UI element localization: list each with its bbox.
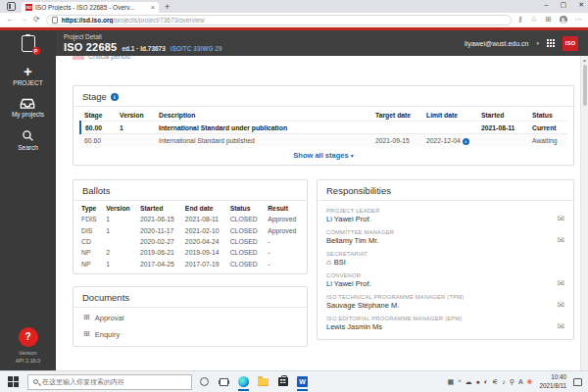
iso-logo[interactable]: ISO: [563, 36, 578, 51]
start-button[interactable]: [8, 376, 19, 387]
user-email[interactable]: liyawei@wust.edu.cn: [465, 40, 528, 47]
tray-display-icon[interactable]: ◐: [484, 378, 488, 385]
address-bar[interactable]: https://sd.iso.org/projects/project/7367…: [46, 15, 512, 25]
task-view-button[interactable]: [217, 373, 231, 391]
stage-info-icon[interactable]: i: [111, 93, 119, 101]
cortana-button[interactable]: [197, 373, 212, 391]
responsibilities-title: Responsibilities: [326, 185, 391, 196]
password-key-icon[interactable]: ⚷: [517, 16, 523, 24]
security-app-icon[interactable]: ❋: [527, 378, 533, 385]
task-view-icon: [220, 378, 228, 386]
ballot-type-link[interactable]: CD: [77, 236, 102, 247]
ballot-type-link[interactable]: FDIS: [77, 214, 102, 224]
ballot-type-link[interactable]: NP: [77, 259, 102, 270]
mail-icon[interactable]: ✉: [557, 279, 564, 288]
limit-date-value: 2022-12-04: [426, 137, 461, 144]
window-maximize-icon[interactable]: ▢: [561, 1, 567, 9]
page-scrollbar[interactable]: ▲: [580, 56, 588, 370]
browser-tab[interactable]: ISO ISO Projects - ISO 22685 - Overv... …: [22, 2, 159, 13]
documents-item-enquiry[interactable]: ⊞ Enquiry: [74, 326, 307, 343]
url-domain: https://sd.iso.org: [62, 17, 114, 24]
responsibility-role: ISO TECHNICAL PROGRAMME MANAGER (TPM): [326, 294, 557, 300]
stage-cell: 60.00: [80, 122, 116, 134]
favorites-star-icon[interactable]: ☆: [530, 16, 537, 24]
edge-icon: [238, 376, 249, 387]
responsibility-role: ISO EDITORIAL PROGRAMME MANAGER (EPM): [326, 316, 557, 321]
search-icon: [33, 379, 38, 384]
critical-period-label: Critical period: [88, 56, 130, 60]
committee-link[interactable]: ISO/TC 33/WG 29: [171, 45, 222, 52]
word-taskbar-button[interactable]: W: [295, 373, 310, 391]
new-tab-button[interactable]: +: [165, 2, 170, 12]
word-icon: W: [297, 376, 308, 387]
responsibility-name: Lewis Jasmin Ms: [326, 322, 557, 331]
taskbar-search[interactable]: [27, 374, 192, 390]
ballot-row: CD 2020-02-27 2020-04-24 CLOSED -: [77, 236, 303, 247]
responsibility-entry: ISO EDITORIAL PROGRAMME MANAGER (EPM) Le…: [326, 312, 564, 333]
stage-cell: 60.60: [80, 134, 116, 148]
windows-taskbar: W ▦ ^ ☁ ● ◐ ⚟ ♪ ⚲ A ❋ 10:40 2021/8/11: [0, 370, 588, 392]
responsibility-role: PROJECT LEADER: [326, 208, 557, 214]
ballot-col-header: Version: [102, 202, 136, 214]
stage-row-awaiting[interactable]: 60.60 International Standard published 2…: [80, 134, 567, 148]
ime-language-icon[interactable]: A: [518, 378, 523, 385]
sidebar-item-project[interactable]: + PROJECT: [13, 66, 42, 86]
ballot-type-link[interactable]: NP: [77, 247, 102, 258]
project-title: ISO 22685: [64, 41, 117, 53]
collections-icon[interactable]: ⊞: [545, 16, 551, 24]
taskbar-clock[interactable]: 10:40 2021/8/11: [539, 373, 566, 390]
tray-dot-icon[interactable]: ●: [476, 378, 480, 385]
settings-menu-icon[interactable]: ⋯: [575, 16, 583, 24]
documents-item-approval[interactable]: ⊞ Approval: [74, 310, 307, 326]
show-all-stages-link[interactable]: Show all stages ▾: [74, 147, 573, 165]
responsibility-role: SECRETARIAT: [326, 251, 564, 257]
ballots-table: Type Version Started End date Status Res…: [77, 202, 303, 270]
taskbar-search-input[interactable]: [42, 378, 186, 385]
tray-photos-icon[interactable]: ▦: [448, 378, 455, 385]
app-logo[interactable]: P: [19, 34, 38, 54]
help-button[interactable]: ?: [19, 327, 38, 347]
forward-icon[interactable]: →: [20, 16, 27, 24]
ballot-row: FDIS 1 2021-06-15 2021-08-11 CLOSED Appr…: [77, 214, 303, 224]
vertical-tabs-icon[interactable]: [7, 2, 16, 11]
responsibility-entry: SECRETARIAT ⌂BSI: [326, 247, 564, 269]
tray-pin-icon[interactable]: ⚲: [510, 378, 514, 385]
refresh-icon[interactable]: ⟳: [33, 16, 40, 24]
profile-icon[interactable]: [560, 16, 567, 24]
mail-icon[interactable]: ✉: [557, 236, 564, 245]
back-icon[interactable]: ←: [6, 16, 14, 24]
window-minimize-icon[interactable]: –: [545, 1, 549, 9]
sidebar-item-my-projects[interactable]: My projects: [12, 98, 44, 118]
app-header: Project Detail ISO 22685 ed.1 · Id.73673…: [56, 30, 588, 56]
store-icon: [278, 377, 288, 386]
mail-icon[interactable]: ✉: [557, 301, 564, 310]
network-icon[interactable]: ⚟: [492, 378, 498, 385]
onedrive-icon[interactable]: ☁: [466, 378, 472, 385]
store-button[interactable]: [275, 373, 290, 391]
tray-expand-icon[interactable]: ^: [458, 378, 461, 385]
action-center-icon[interactable]: [573, 378, 582, 386]
url-path: /projects/project/73673/overview: [113, 17, 204, 24]
edge-taskbar-button[interactable]: [236, 373, 251, 391]
limit-date-info-icon[interactable]: i: [463, 138, 469, 145]
user-menu-caret-icon[interactable]: ▾: [536, 40, 539, 46]
scroll-up-icon[interactable]: ▲: [581, 58, 588, 63]
stage-row-current[interactable]: 60.00 1 International Standard under pub…: [80, 122, 567, 134]
ballot-row: NP 1 2017-04-25 2017-07-19 CLOSED -: [77, 259, 303, 270]
ballot-col-header: End date: [181, 202, 226, 214]
sidebar: P + PROJECT My projects Search ? Version…: [0, 30, 56, 370]
file-explorer-button[interactable]: [256, 373, 270, 391]
app-grid-icon[interactable]: [547, 39, 555, 47]
volume-icon[interactable]: ♪: [502, 378, 506, 385]
mail-icon[interactable]: ✉: [557, 215, 564, 223]
tab-close-icon[interactable]: ×: [151, 4, 155, 11]
stage-status-badge: Awaiting: [528, 134, 567, 148]
scrollbar-thumb[interactable]: [583, 65, 588, 106]
sidebar-item-search[interactable]: Search: [18, 129, 38, 151]
mail-icon[interactable]: ✉: [557, 322, 564, 331]
stage-cell: International Standard published: [155, 134, 371, 148]
ballot-type-link[interactable]: DIS: [77, 224, 102, 235]
responsibility-role: COMMITTEE MANAGER: [326, 229, 557, 235]
stage-col-header: Version: [116, 109, 155, 122]
window-close-icon[interactable]: ✕: [578, 1, 584, 9]
